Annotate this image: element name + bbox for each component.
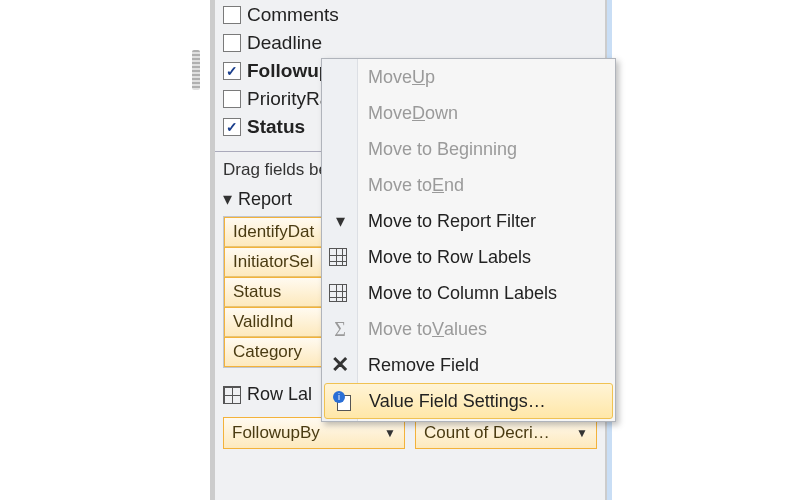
- menu-mnemonic: U: [412, 67, 425, 88]
- menu-value-field-settings[interactable]: i Value Field Settings…: [324, 383, 613, 419]
- dropdown-label: Count of Decri…: [424, 423, 550, 443]
- report-filter-label: Report: [238, 189, 292, 210]
- field-label: Comments: [247, 4, 339, 26]
- menu-move-values[interactable]: Σ Move to Values: [322, 311, 615, 347]
- menu-text: Move to Column Labels: [368, 283, 557, 304]
- menu-move-beginning[interactable]: Move to Beginning: [322, 131, 615, 167]
- menu-text: p: [425, 67, 435, 88]
- splitter-grip[interactable]: [192, 50, 200, 90]
- settings-icon: i: [331, 389, 355, 413]
- menu-text: Move to: [368, 175, 432, 196]
- field-label: Deadline: [247, 32, 322, 54]
- field-label: Status: [247, 116, 305, 138]
- menu-move-report-filter[interactable]: ▾ Move to Report Filter: [322, 203, 615, 239]
- checkbox-checked-icon[interactable]: [223, 62, 241, 80]
- field-row-deadline[interactable]: Deadline: [223, 29, 597, 57]
- menu-text: inning: [469, 139, 517, 160]
- menu-text: nd: [444, 175, 464, 196]
- row-labels-label: Row Lal: [247, 384, 312, 405]
- field-label: PriorityRa: [247, 88, 330, 110]
- menu-move-end[interactable]: Move to End: [322, 167, 615, 203]
- menu-text: Remove Field: [368, 355, 479, 376]
- menu-text: alues: [444, 319, 487, 340]
- grid-icon: [328, 247, 348, 267]
- menu-mnemonic: D: [412, 103, 425, 124]
- checkbox-checked-icon[interactable]: [223, 118, 241, 136]
- chevron-down-icon: ▼: [576, 426, 588, 440]
- menu-move-up[interactable]: Move Up: [322, 59, 615, 95]
- menu-text: Move to Report Filter: [368, 211, 536, 232]
- checkbox-icon[interactable]: [223, 90, 241, 108]
- checkbox-icon[interactable]: [223, 34, 241, 52]
- sigma-icon: Σ: [328, 317, 352, 341]
- field-label: Followup: [247, 60, 330, 82]
- menu-text: Move: [368, 67, 412, 88]
- menu-text: Value Field Settings…: [369, 391, 546, 412]
- context-menu: Move Up Move Down Move to Beginning Move…: [321, 58, 616, 422]
- menu-text: own: [425, 103, 458, 124]
- funnel-icon: ▾: [223, 188, 232, 210]
- dropdown-label: FollowupBy: [232, 423, 320, 443]
- menu-text: Move to Be: [368, 139, 459, 160]
- menu-move-down[interactable]: Move Down: [322, 95, 615, 131]
- menu-move-row-labels[interactable]: Move to Row Labels: [322, 239, 615, 275]
- x-icon: ✕: [328, 353, 352, 377]
- menu-mnemonic: E: [432, 175, 444, 196]
- menu-text: Move to Row Labels: [368, 247, 531, 268]
- funnel-icon: ▾: [328, 209, 352, 233]
- menu-text: Move: [368, 103, 412, 124]
- checkbox-icon[interactable]: [223, 6, 241, 24]
- menu-text: Move to: [368, 319, 432, 340]
- field-row-comments[interactable]: Comments: [223, 1, 597, 29]
- chevron-down-icon: ▼: [384, 426, 396, 440]
- menu-remove-field[interactable]: ✕ Remove Field: [322, 347, 615, 383]
- menu-mnemonic: g: [459, 139, 469, 160]
- grid-icon: [223, 386, 241, 404]
- menu-move-column-labels[interactable]: Move to Column Labels: [322, 275, 615, 311]
- grid-icon: [328, 283, 348, 303]
- menu-mnemonic: V: [432, 319, 444, 340]
